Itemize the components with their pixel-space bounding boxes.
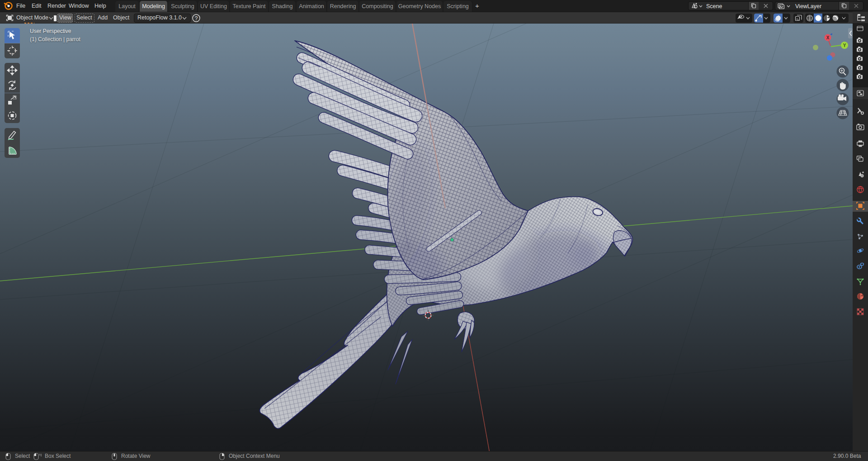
svg-text:?: ? [195,15,198,22]
svg-text:X: X [826,35,830,40]
svg-text:Y: Y [843,43,846,48]
